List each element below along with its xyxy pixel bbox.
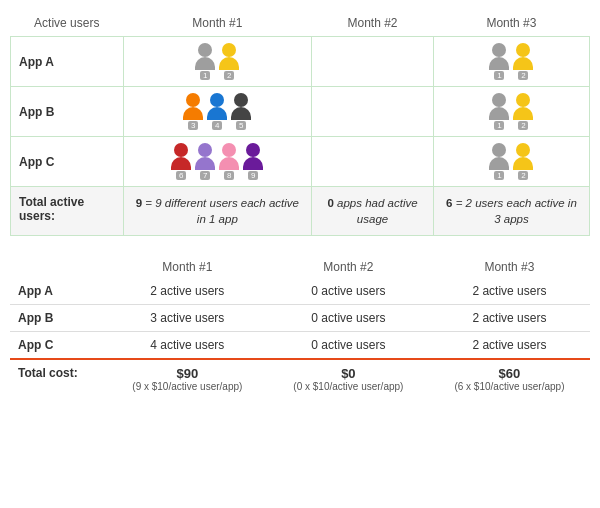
app-label: App C: [10, 332, 107, 360]
user-icon: 2: [513, 43, 533, 80]
month2-cell: 0 active users: [268, 278, 429, 305]
month1-cell: 1 2: [123, 37, 312, 87]
month3-cell: 1 2: [433, 37, 589, 87]
month3-cell: 1 2: [433, 87, 589, 137]
table-row: App C 4 active users 0 active users 2 ac…: [10, 332, 590, 360]
app-label: App A: [10, 278, 107, 305]
user-icon-group: 1 2: [442, 143, 581, 180]
header-month1: Month #1: [123, 10, 312, 37]
table-row: App B 3 4 5 1 2: [11, 87, 590, 137]
top-table-header-row: Active users Month #1 Month #2 Month #3: [11, 10, 590, 37]
user-icon-group: 6 7 8 9: [132, 143, 304, 180]
header-month3: Month #3: [433, 10, 589, 37]
bottom-header-empty: [10, 256, 107, 278]
user-icon: 3: [183, 93, 203, 130]
month1-cell: 3 4 5: [123, 87, 312, 137]
app-label: App A: [11, 37, 124, 87]
month3-cell: 1 2: [433, 137, 589, 187]
month2-cell: [312, 87, 434, 137]
table-row: App A 2 active users 0 active users 2 ac…: [10, 278, 590, 305]
bottom-header-month1: Month #1: [107, 256, 268, 278]
user-icon: 1: [489, 143, 509, 180]
total-cost-label: Total cost:: [10, 359, 107, 398]
header-month2: Month #2: [312, 10, 434, 37]
user-icon: 7: [195, 143, 215, 180]
month2-cell: 0 active users: [268, 305, 429, 332]
month1-cell: 6 7 8 9: [123, 137, 312, 187]
table-row: App A 1 2 1 2: [11, 37, 590, 87]
app-label: App C: [11, 137, 124, 187]
active-users-table: Active users Month #1 Month #2 Month #3 …: [10, 10, 590, 236]
user-icon-group: 1 2: [442, 43, 581, 80]
user-icon-group: 3 4 5: [132, 93, 304, 130]
user-icon: 2: [219, 43, 239, 80]
month3-cell: 2 active users: [429, 305, 590, 332]
user-icon: 1: [489, 93, 509, 130]
total-month1: 9 = 9 different users each active in 1 a…: [123, 187, 312, 236]
user-icon: 2: [513, 143, 533, 180]
bottom-header-month3: Month #3: [429, 256, 590, 278]
total-cost-month3: $60 (6 x $10/active user/app): [429, 359, 590, 398]
bottom-header-month2: Month #2: [268, 256, 429, 278]
total-cost-month2: $0 (0 x $10/active user/app): [268, 359, 429, 398]
user-icon: 8: [219, 143, 239, 180]
total-cost-month1: $90 (9 x $10/active user/app): [107, 359, 268, 398]
total-cost-row: Total cost: $90 (9 x $10/active user/app…: [10, 359, 590, 398]
app-label: App B: [10, 305, 107, 332]
table-row: App B 3 active users 0 active users 2 ac…: [10, 305, 590, 332]
user-icon-group: 1 2: [442, 93, 581, 130]
total-label: Total active users:: [11, 187, 124, 236]
user-icon: 2: [513, 93, 533, 130]
total-month2: 0 apps had active usage: [312, 187, 434, 236]
month2-cell: [312, 37, 434, 87]
bottom-table-header-row: Month #1 Month #2 Month #3: [10, 256, 590, 278]
table-row: App C 6 7 8 9 1 2: [11, 137, 590, 187]
month1-cell: 3 active users: [107, 305, 268, 332]
month3-cell: 2 active users: [429, 278, 590, 305]
app-label: App B: [11, 87, 124, 137]
month2-cell: [312, 137, 434, 187]
total-active-users-row: Total active users: 9 = 9 different user…: [11, 187, 590, 236]
month1-cell: 2 active users: [107, 278, 268, 305]
user-icon-group: 1 2: [132, 43, 304, 80]
user-icon: 5: [231, 93, 251, 130]
month2-cell: 0 active users: [268, 332, 429, 360]
total-month3: 6 = 2 users each active in 3 apps: [433, 187, 589, 236]
user-icon: 9: [243, 143, 263, 180]
month1-cell: 4 active users: [107, 332, 268, 360]
user-icon: 1: [195, 43, 215, 80]
user-icon: 6: [171, 143, 191, 180]
user-icon: 1: [489, 43, 509, 80]
month3-cell: 2 active users: [429, 332, 590, 360]
cost-table: Month #1 Month #2 Month #3 App A 2 activ…: [10, 256, 590, 398]
user-icon: 4: [207, 93, 227, 130]
header-active-users: Active users: [11, 10, 124, 37]
